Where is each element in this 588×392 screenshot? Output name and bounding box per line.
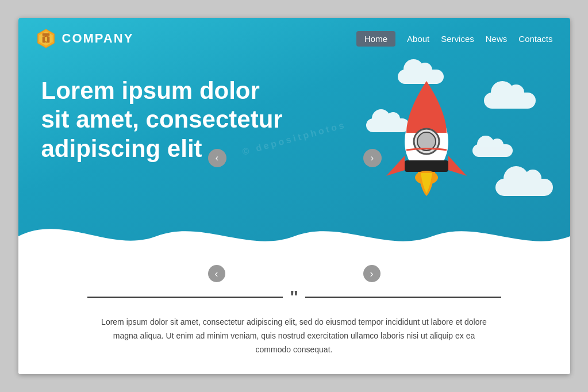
next-arrow-button[interactable]: › bbox=[363, 149, 382, 167]
svg-rect-4 bbox=[47, 36, 49, 43]
hero-section: © depositphotos ⬡ COMPAN bbox=[18, 18, 570, 259]
svg-rect-9 bbox=[405, 160, 448, 172]
nav-links: Home About Services News Contacts bbox=[356, 31, 552, 47]
testimonial-section: ‹ › " Lorem ipsum dolor sit amet, consec… bbox=[18, 259, 570, 374]
rocket-illustration bbox=[375, 75, 478, 202]
logo-container: ⬡ COMPANY bbox=[36, 28, 134, 49]
nav-services[interactable]: Services bbox=[441, 34, 474, 44]
nav-news[interactable]: News bbox=[486, 34, 508, 44]
hero-title: Lorem ipsum dolor sit amet, consectetur … bbox=[41, 76, 329, 163]
quote-mark: " bbox=[290, 288, 298, 306]
svg-rect-5 bbox=[42, 33, 49, 36]
next-arrow-icon: › bbox=[371, 153, 374, 163]
browser-frame: © depositphotos ⬡ COMPAN bbox=[18, 18, 570, 374]
logo-text: COMPANY bbox=[62, 31, 134, 46]
logo-icon: ⬡ bbox=[36, 28, 56, 49]
page-wrapper: © depositphotos ⬡ COMPAN bbox=[0, 0, 588, 392]
nav-about[interactable]: About bbox=[407, 34, 429, 44]
wave-divider bbox=[18, 207, 570, 259]
nav-contacts[interactable]: Contacts bbox=[518, 34, 552, 44]
divider-right bbox=[305, 297, 501, 298]
navigation: ⬡ COMPANY Home About Services News Conta bbox=[18, 18, 570, 59]
prev-arrow-button[interactable]: ‹ bbox=[208, 149, 226, 167]
next-slide-button[interactable]: › bbox=[363, 265, 381, 282]
hero-content: Lorem ipsum dolor sit amet, consectetur … bbox=[18, 59, 570, 180]
cloud-4 bbox=[495, 179, 553, 196]
svg-rect-3 bbox=[42, 36, 45, 43]
testimonial-text: Lorem ipsum dolor sit amet, consectetur … bbox=[99, 316, 490, 356]
nav-home[interactable]: Home bbox=[356, 31, 395, 47]
quote-divider: " bbox=[87, 288, 501, 306]
prev-arrow-icon: ‹ bbox=[216, 153, 218, 163]
prev-slide-button[interactable]: ‹ bbox=[208, 265, 225, 282]
divider-left bbox=[87, 297, 283, 298]
